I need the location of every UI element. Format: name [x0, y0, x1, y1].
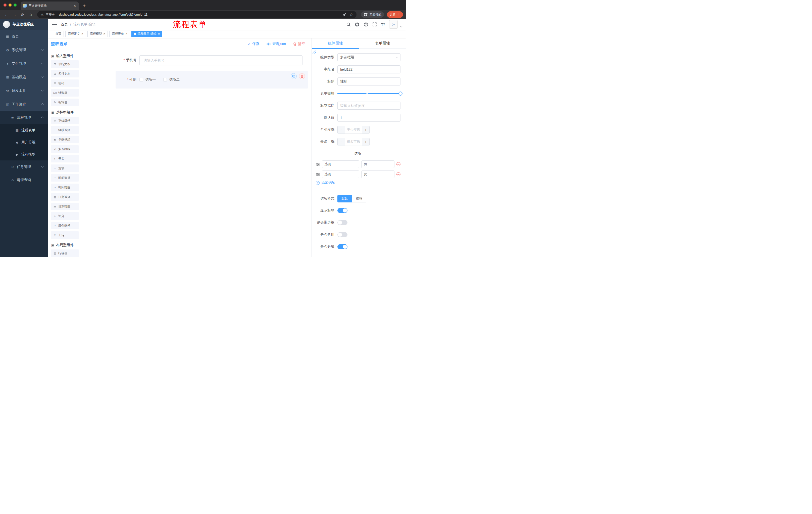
tag-close-icon[interactable]: × [125, 32, 127, 35]
label-width-input[interactable] [338, 102, 401, 110]
clear-button[interactable]: 清空 [293, 42, 305, 46]
collapse-sidebar-icon[interactable] [52, 22, 57, 26]
duplicate-field-button[interactable] [291, 73, 297, 79]
tab-close-icon[interactable]: × [74, 4, 76, 8]
component-date-picker[interactable]: ▦日期选择 [51, 193, 79, 201]
sidebar-item-payment[interactable]: ¥ 支付管理 [0, 57, 48, 71]
browser-update-button[interactable]: 更新 ⋮ [387, 11, 403, 18]
sidebar-item-process-model[interactable]: ▶ 流程模型 [0, 148, 48, 160]
new-tab-button[interactable]: + [83, 1, 86, 10]
component-editor[interactable]: ✎编辑器 [51, 99, 79, 106]
browser-tab[interactable]: 芋道管理系统 × [21, 1, 79, 10]
help-icon[interactable] [364, 22, 368, 27]
sidebar-item-process-form[interactable]: ▤ 流程表单 [0, 124, 48, 136]
panel-link-icon[interactable] [312, 50, 317, 55]
remove-option-icon[interactable] [397, 172, 401, 176]
component-password[interactable]: ⊠密码 [51, 79, 79, 87]
tab-component-props[interactable]: 组件属性 [312, 38, 359, 49]
bookmark-star-icon[interactable]: ☆ [350, 12, 353, 17]
browser-menu-icon[interactable]: ⋮ [397, 13, 401, 17]
zoom-window-button[interactable] [13, 3, 17, 6]
component-cascader[interactable]: ⊢级联选择 [51, 126, 79, 134]
disabled-switch[interactable] [338, 232, 347, 237]
plus-button[interactable]: + [362, 138, 369, 145]
component-slider[interactable]: ↔滑块 [51, 164, 79, 172]
gender-option2-checkbox[interactable]: 选项二 [163, 77, 180, 82]
forward-icon[interactable]: → [11, 11, 18, 18]
component-row-container[interactable]: ▥行容器 [51, 249, 79, 257]
tag-close-icon[interactable]: × [81, 32, 83, 35]
component-time-picker[interactable]: ◔时间选择 [51, 174, 79, 182]
minus-button[interactable]: − [338, 138, 345, 145]
required-switch[interactable] [338, 244, 347, 249]
reload-icon[interactable]: ⟳ [19, 11, 26, 18]
avatar[interactable] [389, 20, 398, 29]
tag-process-form[interactable]: 流程表单 × [109, 31, 130, 37]
component-multi-text[interactable]: ⊞多行文本 [51, 70, 79, 77]
gender-field-selected[interactable]: 性别 选项一 选项二 [116, 71, 308, 88]
password-key-icon[interactable] [343, 12, 347, 17]
breadcrumb-home[interactable]: 首页 [61, 22, 68, 27]
sidebar-item-user-group[interactable]: ☻ 用户分组 [0, 136, 48, 148]
delete-field-button[interactable] [299, 73, 305, 79]
address-bar[interactable]: ⚠ 不安全 dashboard.yudao.iocoder.cn/bpm/man… [37, 11, 356, 18]
slider-handle[interactable] [399, 91, 403, 96]
fullscreen-icon[interactable] [372, 22, 377, 27]
sidebar-item-leave-query[interactable]: ☺ 请假查询 [0, 173, 48, 187]
sidebar-item-process-management[interactable]: ≣ 流程管理 [0, 111, 48, 124]
plus-button[interactable]: + [362, 126, 369, 134]
title-input[interactable] [338, 77, 401, 85]
sidebar-item-system[interactable]: ⚙ 系统管理 [0, 43, 48, 57]
sidebar-logo[interactable]: 芋道管理系统 [0, 19, 48, 30]
phone-field[interactable]: 手机号 [116, 55, 302, 65]
component-time-range[interactable]: ◕时间范围 [51, 184, 79, 191]
component-switch[interactable]: ◐开关 [51, 155, 79, 162]
component-radio-group[interactable]: ◉单选框组 [51, 136, 79, 143]
option-value-input[interactable] [361, 170, 395, 178]
add-option-button[interactable]: + 添加选项 [316, 181, 401, 185]
tag-process-definition[interactable]: 流程定义 × [65, 31, 86, 37]
show-label-switch[interactable] [338, 208, 347, 213]
minimize-window-button[interactable] [8, 3, 11, 6]
back-icon[interactable]: ← [3, 11, 10, 18]
grid-slider[interactable] [338, 89, 401, 98]
tag-home[interactable]: 首页 [53, 31, 64, 37]
search-icon[interactable] [346, 22, 351, 27]
component-type-select[interactable] [338, 53, 401, 61]
component-rate[interactable]: ☆评分 [51, 212, 79, 220]
style-button-button[interactable]: 按钮 [352, 195, 366, 202]
component-color-picker[interactable]: ◑颜色选择 [51, 222, 79, 229]
close-window-button[interactable] [3, 3, 6, 6]
tag-close-icon[interactable]: × [104, 32, 106, 35]
sidebar-item-task-management[interactable]: ⚐ 任务管理 [0, 160, 48, 173]
component-checkbox-group[interactable]: ☑多选框组 [51, 145, 79, 153]
option-label-input[interactable] [322, 160, 359, 168]
avatar-caret-icon[interactable] [400, 25, 403, 27]
font-size-icon[interactable]: TT [381, 23, 385, 26]
tab-form-props[interactable]: 表单属性 [359, 38, 406, 49]
component-date-range[interactable]: ▤日期范围 [51, 203, 79, 210]
component-upload[interactable]: ⇧上传 [51, 231, 79, 239]
tag-process-model[interactable]: 流程模型 × [87, 31, 108, 37]
tag-process-form-edit[interactable]: 流程表单-编辑 × [132, 31, 163, 37]
component-select[interactable]: ⊚下拉选择 [51, 117, 79, 124]
drag-handle-icon[interactable] [316, 172, 320, 176]
save-button[interactable]: ✓ 保存 [248, 42, 260, 46]
view-json-button[interactable]: 查看json [266, 42, 286, 46]
sidebar-item-infrastructure[interactable]: ⊡ 基础设施 [0, 71, 48, 84]
max-select-placeholder[interactable]: 最多可选 [345, 138, 362, 145]
option-label-input[interactable] [322, 170, 359, 178]
home-browser-icon[interactable]: ⌂ [27, 11, 34, 18]
style-default-button[interactable]: 默认 [338, 195, 352, 202]
sidebar-item-devtools[interactable]: ⚒ 研发工具 [0, 84, 48, 98]
sidebar-item-home[interactable]: ▦ 首页 [0, 30, 48, 43]
remove-option-icon[interactable] [397, 162, 401, 166]
github-icon[interactable] [355, 22, 359, 27]
default-value-input[interactable] [338, 114, 401, 122]
min-select-placeholder[interactable]: 至少应选 [345, 126, 362, 134]
sidebar-item-workflow[interactable]: ◫ 工作流程 [0, 98, 48, 111]
drag-handle-icon[interactable] [316, 162, 320, 166]
tag-close-icon[interactable]: × [158, 32, 160, 35]
phone-input[interactable] [140, 55, 302, 65]
option-value-input[interactable] [361, 160, 395, 168]
